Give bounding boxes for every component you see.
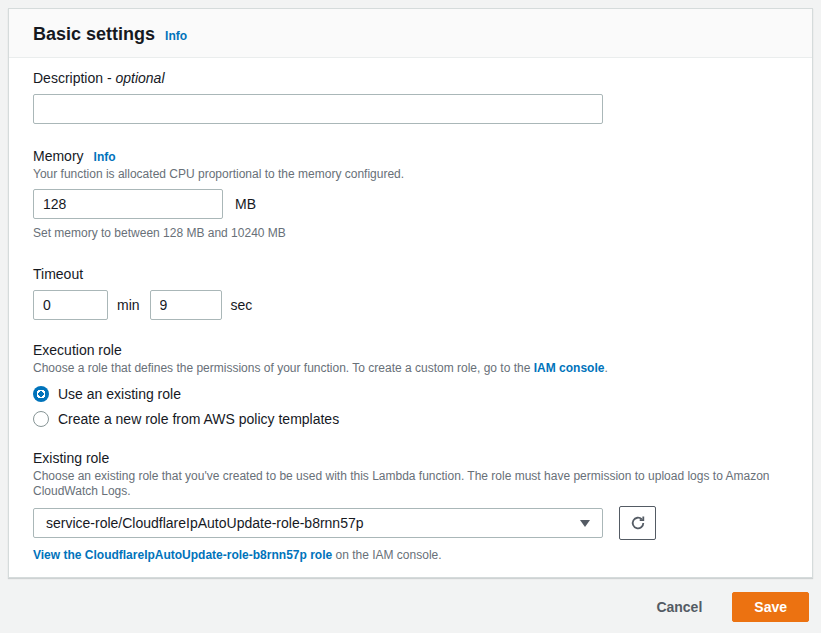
panel-header: Basic settings Info — [9, 9, 812, 58]
page-title: Basic settings — [33, 24, 155, 45]
existing-role-select[interactable]: service-role/CloudflareIpAutoUpdate-role… — [33, 508, 603, 538]
execution-role-description: Choose a role that defines the permissio… — [33, 361, 788, 376]
execution-role-description-text: Choose a role that defines the permissio… — [33, 361, 534, 375]
view-role-suffix: on the IAM console. — [332, 548, 441, 562]
panel-body: Description - optional Memory Info Your … — [9, 58, 812, 577]
iam-console-link[interactable]: IAM console — [534, 361, 605, 375]
execution-role-label: Execution role — [33, 342, 788, 359]
execution-role-description-suffix: . — [604, 361, 607, 375]
radio-selected-icon — [33, 386, 49, 402]
timeout-sec-input[interactable] — [150, 290, 222, 320]
memory-input[interactable] — [33, 189, 223, 219]
memory-field-group: Memory Info Your function is allocated C… — [33, 148, 788, 241]
timeout-sec-unit-label: sec — [231, 297, 253, 313]
cancel-button[interactable]: Cancel — [652, 593, 706, 621]
radio-use-existing-role-label: Use an existing role — [58, 386, 181, 402]
description-label-optional: optional — [115, 70, 164, 86]
memory-description: Your function is allocated CPU proportio… — [33, 167, 788, 182]
view-role-link[interactable]: View the CloudflareIpAutoUpdate-role-b8r… — [33, 548, 332, 562]
existing-role-select-value: service-role/CloudflareIpAutoUpdate-role… — [46, 515, 580, 531]
refresh-icon — [630, 515, 646, 531]
timeout-field-group: Timeout min sec — [33, 266, 788, 320]
memory-info-link[interactable]: Info — [94, 150, 116, 164]
radio-unselected-icon — [33, 411, 49, 427]
memory-constraint-hint: Set memory to between 128 MB and 10240 M… — [33, 226, 788, 241]
refresh-button[interactable] — [619, 506, 656, 540]
description-label-text: Description - — [33, 70, 115, 86]
existing-role-field-group: Existing role Choose an existing role th… — [33, 450, 788, 563]
description-field-group: Description - optional — [33, 70, 788, 124]
basic-settings-info-link[interactable]: Info — [165, 29, 187, 43]
timeout-label: Timeout — [33, 266, 788, 283]
existing-role-description: Choose an existing role that you've crea… — [33, 469, 788, 499]
description-input[interactable] — [33, 94, 603, 124]
radio-create-new-role-label: Create a new role from AWS policy templa… — [58, 411, 339, 427]
radio-use-existing-role[interactable]: Use an existing role — [33, 386, 788, 402]
basic-settings-panel: Basic settings Info Description - option… — [8, 8, 813, 578]
description-label: Description - optional — [33, 70, 788, 87]
existing-role-label: Existing role — [33, 450, 788, 467]
radio-create-new-role[interactable]: Create a new role from AWS policy templa… — [33, 411, 788, 427]
save-button[interactable]: Save — [732, 592, 809, 622]
execution-role-field-group: Execution role Choose a role that define… — [33, 342, 788, 427]
memory-label: Memory — [33, 148, 84, 165]
memory-unit-label: MB — [235, 196, 256, 212]
timeout-min-input[interactable] — [33, 290, 108, 320]
footer-actions: Cancel Save — [652, 592, 809, 622]
view-role-line: View the CloudflareIpAutoUpdate-role-b8r… — [33, 548, 788, 563]
chevron-down-icon — [580, 520, 590, 527]
timeout-min-unit-label: min — [117, 297, 140, 313]
